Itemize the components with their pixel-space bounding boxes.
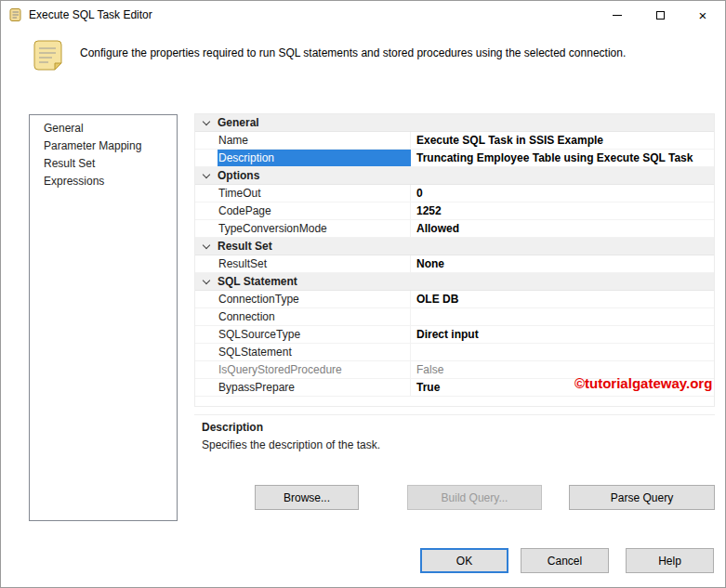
cancel-button[interactable]: Cancel: [521, 548, 609, 573]
row-indent: [195, 185, 218, 202]
chevron-down-icon: [203, 170, 210, 177]
row-indent: [195, 361, 218, 378]
property-name-cell[interactable]: Name: [218, 132, 411, 149]
close-button[interactable]: ×: [681, 1, 724, 29]
property-name-cell[interactable]: Connection: [218, 308, 411, 325]
category-label: General: [218, 114, 259, 131]
grid-category-row[interactable]: General: [195, 114, 714, 132]
property-value-cell[interactable]: Truncating Employee Table using Execute …: [411, 150, 714, 166]
window-title: Execute SQL Task Editor: [29, 8, 152, 21]
maximize-icon: [656, 11, 665, 20]
row-indent: [195, 326, 218, 343]
header-description: Configure the properties required to run…: [80, 46, 717, 60]
row-indent: [195, 308, 218, 325]
category-label: Result Set: [218, 238, 272, 255]
header: Configure the properties required to run…: [1, 31, 725, 88]
chevron-down-icon: [203, 117, 210, 124]
row-indent: [195, 291, 218, 307]
ok-button[interactable]: OK: [420, 548, 508, 573]
category-expander[interactable]: [195, 238, 218, 255]
execute-sql-task-editor-dialog: Execute SQL Task Editor × Configure the …: [0, 0, 726, 588]
row-indent: [195, 203, 218, 219]
category-label: SQL Statement: [218, 273, 297, 290]
minimize-icon: [613, 15, 622, 16]
grid-category-row[interactable]: Options: [195, 167, 714, 185]
help-panel-title: Description: [202, 421, 707, 434]
help-panel-text: Specifies the description of the task.: [202, 438, 707, 451]
row-indent: [195, 255, 218, 272]
category-label: Options: [218, 167, 259, 184]
pages-list: General Parameter Mapping Result Set Exp…: [29, 114, 178, 521]
sidebar-item-result-set[interactable]: Result Set: [30, 155, 177, 173]
close-icon: ×: [699, 8, 707, 22]
app-icon: [8, 7, 23, 22]
property-name-cell[interactable]: SQLSourceType: [218, 326, 411, 343]
grid-property-row[interactable]: NameExecute SQL Task in SSIS Example: [195, 132, 714, 150]
property-name-cell[interactable]: IsQueryStoredProcedure: [218, 361, 411, 378]
sql-task-icon: [29, 36, 66, 81]
row-indent: [195, 220, 218, 237]
minimize-button[interactable]: [596, 1, 639, 29]
category-expander[interactable]: [195, 114, 218, 131]
property-name-cell[interactable]: ResultSet: [218, 255, 411, 272]
window-controls: ×: [596, 1, 724, 29]
build-query-button: Build Query...: [407, 485, 542, 510]
property-name-cell[interactable]: BypassPrepare: [218, 379, 411, 396]
browse-button[interactable]: Browse...: [255, 485, 359, 510]
property-value-cell[interactable]: Allowed: [411, 220, 714, 237]
sidebar-item-parameter-mapping[interactable]: Parameter Mapping: [30, 137, 177, 155]
grid-category-row[interactable]: SQL Statement: [195, 273, 714, 291]
title-bar[interactable]: Execute SQL Task Editor ×: [1, 1, 725, 29]
chevron-down-icon: [203, 241, 210, 248]
property-name-cell[interactable]: TimeOut: [218, 185, 411, 202]
property-name-cell[interactable]: CodePage: [218, 203, 411, 219]
property-name-cell[interactable]: TypeConversionMode: [218, 220, 411, 237]
property-name-cell[interactable]: Description: [218, 150, 411, 166]
property-name-cell[interactable]: SQLStatement: [218, 344, 411, 360]
sidebar-item-expressions[interactable]: Expressions: [30, 173, 177, 190]
grid-property-row[interactable]: Connection: [195, 308, 714, 326]
row-indent: [195, 150, 218, 166]
property-grid: GeneralNameExecute SQL Task in SSIS Exam…: [194, 113, 715, 407]
help-button[interactable]: Help: [626, 548, 714, 573]
grid-property-row[interactable]: SQLSourceTypeDirect input: [195, 326, 714, 344]
property-name-cell[interactable]: ConnectionType: [218, 291, 411, 307]
row-indent: [195, 379, 218, 396]
chevron-down-icon: [203, 276, 210, 283]
category-expander[interactable]: [195, 273, 218, 290]
property-value-cell[interactable]: None: [411, 255, 714, 272]
help-panel: Description Specifies the description of…: [194, 414, 715, 468]
grid-property-row[interactable]: CodePage1252: [195, 203, 714, 220]
category-expander[interactable]: [195, 167, 218, 184]
grid-property-row[interactable]: TimeOut0: [195, 185, 714, 203]
property-value-cell[interactable]: [411, 344, 714, 360]
property-value-cell[interactable]: Execute SQL Task in SSIS Example: [411, 132, 714, 149]
property-value-cell[interactable]: OLE DB: [411, 291, 714, 307]
row-indent: [195, 132, 218, 149]
row-indent: [195, 344, 218, 360]
sidebar-item-general[interactable]: General: [30, 120, 177, 137]
grid-property-row[interactable]: TypeConversionModeAllowed: [195, 220, 714, 238]
property-value-cell[interactable]: Direct input: [411, 326, 714, 343]
grid-property-row[interactable]: SQLStatement: [195, 344, 714, 361]
property-value-cell[interactable]: [411, 308, 714, 325]
watermark: ©tutorialgateway.org: [574, 375, 712, 391]
parse-query-button[interactable]: Parse Query: [569, 485, 715, 510]
maximize-button[interactable]: [639, 1, 681, 29]
property-value-cell[interactable]: 0: [411, 185, 714, 202]
grid-property-row[interactable]: ResultSetNone: [195, 255, 714, 273]
grid-property-row[interactable]: DescriptionTruncating Employee Table usi…: [195, 150, 714, 167]
property-value-cell[interactable]: 1252: [411, 203, 714, 219]
grid-category-row[interactable]: Result Set: [195, 238, 714, 255]
grid-property-row[interactable]: ConnectionTypeOLE DB: [195, 291, 714, 308]
